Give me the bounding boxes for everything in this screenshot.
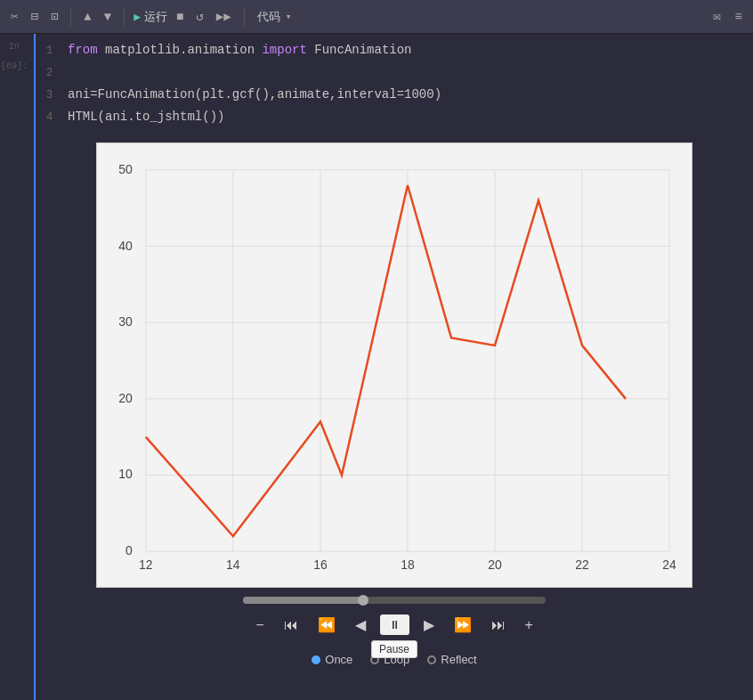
code-label: 代码 <box>257 9 280 25</box>
plus-button[interactable]: + <box>520 614 538 637</box>
copy-icon[interactable]: ⊟ <box>27 7 41 26</box>
line-num-4: 4 <box>46 107 61 128</box>
svg-text:20: 20 <box>488 558 502 572</box>
skip-to-start-button[interactable]: ⏮ <box>279 614 304 637</box>
animation-controls: − ⏮ ⏪ ◀ ⏸ Pause ▶ <box>45 588 744 673</box>
refresh-icon[interactable]: ↺ <box>192 7 206 26</box>
separator-2 <box>124 8 125 26</box>
svg-text:16: 16 <box>313 558 328 572</box>
next-frame-icon: ⏩ <box>454 616 472 633</box>
reflect-option[interactable]: Reflect <box>427 653 476 666</box>
separator-3 <box>244 8 245 26</box>
play-icon: ▶ <box>424 616 434 633</box>
minus-icon: − <box>255 617 263 633</box>
line-num-2: 2 <box>46 62 61 84</box>
code-area: 1 from matplotlib.animation import FuncA… <box>36 34 753 134</box>
once-option[interactable]: Once <box>312 653 352 666</box>
code-line-2: 2 <box>46 61 742 84</box>
progress-bar[interactable] <box>243 597 546 604</box>
code-text-3: ani=FuncAnimation(plt.gcf(),animate,inte… <box>68 84 441 105</box>
loop-option[interactable]: Loop <box>370 653 409 666</box>
toolbar-right: ✉ ≡ <box>709 7 746 26</box>
prev-frame-button[interactable]: ⏪ <box>312 613 341 637</box>
chart-container: .grid-line { stroke: #ddd; stroke-width:… <box>96 142 692 588</box>
loop-label: Loop <box>384 653 409 666</box>
move-up-icon[interactable]: ▲ <box>80 8 94 26</box>
dropdown-icon[interactable]: ▾ <box>286 11 292 22</box>
svg-text:14: 14 <box>226 558 240 572</box>
toolbar: ✂ ⊟ ⊡ ▲ ▼ ▶ 运行 ■ ↺ ▶▶ 代码 ▾ ✉ ≡ <box>0 0 753 34</box>
move-down-icon[interactable]: ▼ <box>101 8 115 26</box>
svg-text:18: 18 <box>401 558 415 572</box>
separator-1 <box>70 8 71 26</box>
email-icon[interactable]: ✉ <box>709 7 724 26</box>
svg-text:50: 50 <box>118 162 133 176</box>
code-text-2 <box>68 61 75 83</box>
fast-forward-icon[interactable]: ▶▶ <box>213 7 235 26</box>
code-line-1: 1 from matplotlib.animation import FuncA… <box>46 39 742 61</box>
svg-text:10: 10 <box>118 467 133 481</box>
control-buttons: − ⏮ ⏪ ◀ ⏸ Pause ▶ <box>250 613 538 637</box>
progress-handle[interactable] <box>358 595 368 606</box>
svg-text:24: 24 <box>662 558 676 572</box>
playback-options: Once Loop Reflect <box>312 653 476 666</box>
back-button[interactable]: ◀ <box>350 613 371 637</box>
stop-icon[interactable]: ■ <box>173 8 187 26</box>
svg-text:40: 40 <box>118 239 133 253</box>
once-label: Once <box>325 653 352 666</box>
list-icon[interactable]: ≡ <box>732 8 746 26</box>
plus-icon: + <box>525 617 533 633</box>
next-frame-button[interactable]: ⏩ <box>449 613 477 637</box>
svg-text:0: 0 <box>126 543 133 558</box>
play-button[interactable]: ▶ <box>418 613 440 637</box>
code-line-4: 4 HTML(ani.to_jshtml()) <box>46 106 742 128</box>
code-text-1: from matplotlib.animation import FuncAni… <box>68 39 412 61</box>
code-text-4: HTML(ani.to_jshtml()) <box>68 106 224 127</box>
minus-button[interactable]: − <box>250 614 269 637</box>
gutter: In [69]: <box>0 34 36 700</box>
pause-icon: ⏸ <box>389 618 401 631</box>
svg-text:20: 20 <box>118 391 133 405</box>
loop-radio[interactable] <box>370 655 379 664</box>
skip-to-end-icon: ⏭ <box>491 617 506 633</box>
run-label: 运行 <box>144 9 167 25</box>
svg-text:22: 22 <box>575 558 589 572</box>
svg-text:30: 30 <box>118 314 133 329</box>
cell-label: In [69]: <box>0 37 28 77</box>
chart-svg: .grid-line { stroke: #ddd; stroke-width:… <box>97 143 692 587</box>
paste-icon[interactable]: ⊡ <box>47 7 61 26</box>
line-num-3: 3 <box>46 85 61 106</box>
line-num-1: 1 <box>46 40 61 61</box>
play-icon: ▶ <box>134 10 141 24</box>
run-button[interactable]: ▶ 运行 <box>134 9 167 25</box>
reflect-label: Reflect <box>441 653 476 666</box>
code-line-3: 3 ani=FuncAnimation(plt.gcf(),animate,in… <box>46 84 742 106</box>
scissors-icon[interactable]: ✂ <box>7 7 21 26</box>
reflect-radio[interactable] <box>427 655 436 664</box>
main-area: In [69]: 1 from matplotlib.animation imp… <box>0 34 753 700</box>
skip-to-start-icon: ⏮ <box>284 617 298 633</box>
chart-wrapper: .grid-line { stroke: #ddd; stroke-width:… <box>36 134 753 673</box>
svg-text:12: 12 <box>139 558 153 572</box>
progress-fill <box>243 597 364 604</box>
pause-button[interactable]: ⏸ Pause <box>380 615 409 635</box>
skip-to-end-button[interactable]: ⏭ <box>486 614 511 637</box>
once-radio[interactable] <box>312 655 320 664</box>
back-icon: ◀ <box>355 616 366 633</box>
prev-frame-icon: ⏪ <box>318 616 336 633</box>
